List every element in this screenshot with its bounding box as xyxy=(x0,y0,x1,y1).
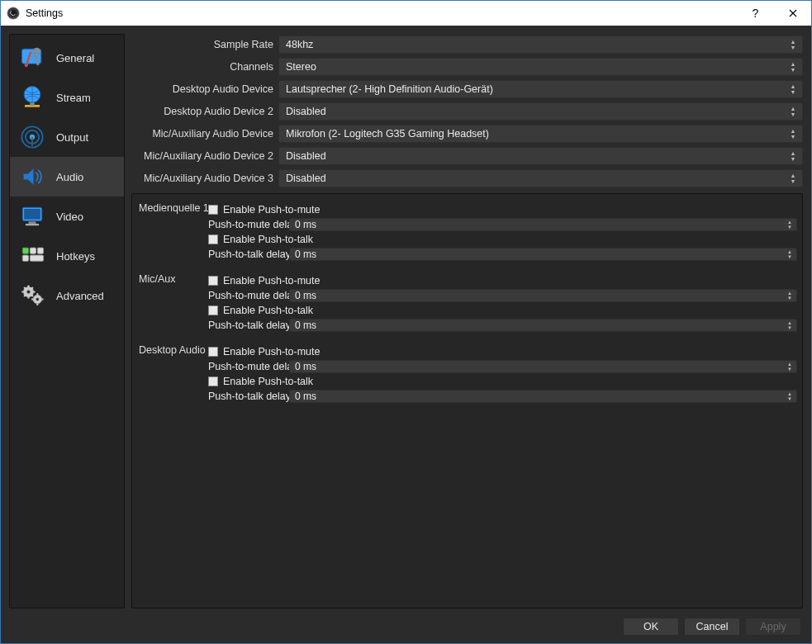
sidebar-item-label: Hotkeys xyxy=(56,250,95,263)
ptt-delay-spinbox[interactable]: 0 ms ▲▼ xyxy=(289,319,797,332)
ptt-label: Enable Push-to-talk xyxy=(223,305,313,316)
ptm-label: Enable Push-to-mute xyxy=(223,204,320,215)
spinbox-value: 0 ms xyxy=(295,249,316,260)
dropdown-value: Lautsprecher (2- High Definition Audio-G… xyxy=(286,83,493,95)
svg-point-24 xyxy=(36,298,40,301)
updown-arrows-icon: ▲▼ xyxy=(785,219,795,230)
sidebar-item-label: Audio xyxy=(56,171,83,183)
updown-arrows-icon: ▲▼ xyxy=(785,320,795,331)
field-row-channels: Channels Stereo ▲▼ xyxy=(131,56,803,77)
ptm-delay-spinbox[interactable]: 0 ms ▲▼ xyxy=(289,289,797,302)
push-groups-frame: Medienquelle 1 Enable Push-to-mute Push-… xyxy=(131,193,803,608)
ptm-delay-label: Push-to-mute delay xyxy=(208,290,286,301)
ptt-checkbox[interactable] xyxy=(208,234,218,244)
desktop-audio-2-dropdown[interactable]: Disabled ▲▼ xyxy=(278,102,803,121)
channels-dropdown[interactable]: Stereo ▲▼ xyxy=(278,58,803,76)
updown-arrows-icon: ▲▼ xyxy=(785,290,795,301)
push-group-title: Mic/Aux xyxy=(139,273,205,333)
ptt-delay-row: Push-to-talk delay 0 ms ▲▼ xyxy=(208,247,797,262)
main-row: General Stream xyxy=(9,34,803,608)
ptm-delay-label: Push-to-mute delay xyxy=(208,219,286,230)
svg-rect-18 xyxy=(37,248,43,253)
field-label: Channels xyxy=(131,61,273,73)
ok-button[interactable]: OK xyxy=(623,618,679,636)
svg-rect-17 xyxy=(30,248,36,253)
apply-button[interactable]: Apply xyxy=(745,618,801,636)
globe-network-icon xyxy=(17,82,48,113)
help-button[interactable]: ? xyxy=(737,1,774,26)
svg-rect-15 xyxy=(26,224,39,225)
ptt-checkbox[interactable] xyxy=(208,305,218,315)
sidebar-item-advanced[interactable]: Advanced xyxy=(10,276,124,315)
sidebar-item-general[interactable]: General xyxy=(10,38,124,78)
svg-rect-2 xyxy=(21,49,40,64)
sidebar-item-video[interactable]: Video xyxy=(10,197,124,236)
push-group-mic-aux: Mic/Aux Enable Push-to-mute Push-to-mute… xyxy=(139,273,797,333)
spinbox-value: 0 ms xyxy=(295,290,316,301)
field-row-sample-rate: Sample Rate 48khz ▲▼ xyxy=(131,34,803,54)
cancel-button[interactable]: Cancel xyxy=(684,618,740,636)
push-group-title: Desktop Audio xyxy=(139,344,205,404)
ptm-checkbox[interactable] xyxy=(208,347,218,357)
dropdown-value: 48khz xyxy=(286,39,313,50)
dropdown-value: Mikrofon (2- Logitech G35 Gaming Headset… xyxy=(286,128,489,140)
mic-aux-2-dropdown[interactable]: Disabled ▲▼ xyxy=(278,147,803,165)
svg-rect-7 xyxy=(30,102,34,106)
updown-arrows-icon: ▲▼ xyxy=(787,125,799,142)
gears-icon xyxy=(17,280,48,311)
ptm-label: Enable Push-to-mute xyxy=(223,275,320,286)
ptm-delay-row: Push-to-mute delay 0 ms ▲▼ xyxy=(208,359,797,374)
sidebar-item-label: General xyxy=(56,52,94,64)
updown-arrows-icon: ▲▼ xyxy=(785,361,795,372)
ptm-delay-spinbox[interactable]: 0 ms ▲▼ xyxy=(289,218,797,231)
ptt-delay-row: Push-to-talk delay 0 ms ▲▼ xyxy=(208,389,797,404)
keyboard-keys-icon xyxy=(17,240,48,272)
ptm-checkbox[interactable] xyxy=(208,205,218,215)
field-row-desktop-audio-2: Desktop Audio Device 2 Disabled ▲▼ xyxy=(131,101,803,121)
ptt-checkbox-row: Enable Push-to-talk xyxy=(208,232,797,247)
broadcast-icon xyxy=(17,121,48,153)
sidebar-item-label: Output xyxy=(56,131,88,144)
spinbox-value: 0 ms xyxy=(295,361,316,372)
field-row-mic-aux: Mic/Auxiliary Audio Device Mikrofon (2- … xyxy=(131,123,803,144)
titlebar: Settings ? xyxy=(1,1,811,26)
sidebar-item-label: Advanced xyxy=(56,290,104,302)
screwdriver-wrench-icon xyxy=(17,42,48,73)
updown-arrows-icon: ▲▼ xyxy=(787,81,799,97)
sidebar-item-stream[interactable]: Stream xyxy=(10,78,124,117)
sidebar-item-output[interactable]: Output xyxy=(10,117,124,157)
mic-aux-dropdown[interactable]: Mikrofon (2- Logitech G35 Gaming Headset… xyxy=(278,125,803,143)
field-label: Desktop Audio Device xyxy=(131,83,273,95)
field-row-desktop-audio: Desktop Audio Device Lautsprecher (2- Hi… xyxy=(131,78,803,99)
ptm-delay-spinbox[interactable]: 0 ms ▲▼ xyxy=(289,360,797,373)
ptt-checkbox-row: Enable Push-to-talk xyxy=(208,374,797,389)
sidebar-item-audio[interactable]: Audio xyxy=(10,157,124,197)
ptm-delay-row: Push-to-mute delay 0 ms ▲▼ xyxy=(208,288,797,303)
svg-rect-11 xyxy=(31,137,33,146)
spinbox-value: 0 ms xyxy=(295,219,316,230)
ptt-delay-label: Push-to-talk delay xyxy=(208,320,286,331)
close-button[interactable] xyxy=(774,1,811,26)
ptt-delay-spinbox[interactable]: 0 ms ▲▼ xyxy=(289,248,797,261)
ptt-delay-spinbox[interactable]: 0 ms ▲▼ xyxy=(289,390,797,403)
sidebar-item-label: Stream xyxy=(56,92,91,104)
ptm-delay-label: Push-to-mute delay xyxy=(208,361,286,372)
sample-rate-dropdown[interactable]: 48khz ▲▼ xyxy=(278,36,803,54)
mic-aux-3-dropdown[interactable]: Disabled ▲▼ xyxy=(278,169,803,187)
ptt-label: Enable Push-to-talk xyxy=(223,234,313,245)
sidebar-item-label: Video xyxy=(56,211,83,223)
desktop-audio-dropdown[interactable]: Lautsprecher (2- High Definition Audio-G… xyxy=(278,80,803,98)
field-label: Mic/Auxiliary Audio Device 3 xyxy=(131,173,273,184)
speaker-icon xyxy=(17,161,48,192)
svg-rect-14 xyxy=(29,221,36,224)
ptm-checkbox[interactable] xyxy=(208,276,218,286)
spinbox-value: 0 ms xyxy=(295,320,316,331)
spinbox-value: 0 ms xyxy=(295,391,316,402)
ptm-checkbox-row: Enable Push-to-mute xyxy=(208,344,797,359)
field-label: Mic/Auxiliary Audio Device xyxy=(131,128,273,140)
sidebar-item-hotkeys[interactable]: Hotkeys xyxy=(10,236,124,276)
dropdown-value: Stereo xyxy=(286,61,316,73)
svg-rect-20 xyxy=(30,255,43,261)
ptt-checkbox[interactable] xyxy=(208,376,218,386)
field-row-mic-aux-3: Mic/Auxiliary Audio Device 3 Disabled ▲▼ xyxy=(131,168,803,188)
